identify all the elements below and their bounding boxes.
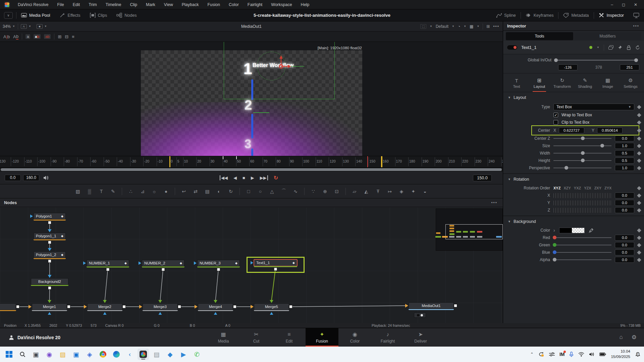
- keyframe-diamond-icon[interactable]: [637, 186, 641, 190]
- transform-widget[interactable]: [272, 55, 309, 77]
- polygon-mask-icon[interactable]: △: [268, 188, 276, 195]
- value-field-green[interactable]: 0.0: [615, 242, 634, 248]
- particle-render-icon[interactable]: ⊡: [332, 188, 341, 195]
- close-button[interactable]: ✕: [634, 2, 637, 7]
- expand-arrow-icon[interactable]: ›: [553, 228, 555, 233]
- timeline-scrollbar[interactable]: [0, 168, 503, 172]
- value-field-perspective[interactable]: 1.0: [615, 165, 634, 171]
- value-field-width[interactable]: 0.5: [615, 150, 634, 156]
- taskbar-app-davinci-resolve[interactable]: [138, 349, 149, 360]
- menu-fusion[interactable]: Fusion: [203, 0, 224, 9]
- reset-icon[interactable]: [635, 45, 640, 50]
- node-number_1[interactable]: NUMBER_1◆: [87, 260, 129, 266]
- value-field-size[interactable]: 1.0: [615, 143, 634, 149]
- ui-layout-toggle[interactable]: ∨: [4, 12, 13, 19]
- viewer-lut-select[interactable]: Default: [436, 24, 448, 29]
- node-remove-icon[interactable]: ⊟: [65, 34, 68, 39]
- node-number_2[interactable]: NUMBER_2◆: [142, 260, 184, 266]
- node-pass-through-badge[interactable]: [414, 312, 426, 318]
- tab-modifiers[interactable]: Modifiers: [574, 32, 641, 40]
- chevron-down-icon[interactable]: ▼: [597, 46, 599, 49]
- taskbar-app-vscode[interactable]: ‹: [124, 349, 136, 360]
- light-3d-icon[interactable]: ✦: [409, 188, 418, 195]
- render-range-start-marker[interactable]: [169, 156, 170, 167]
- value-field-alpha[interactable]: 0.0: [615, 257, 634, 263]
- taskbar-app-task-view[interactable]: ▣: [30, 349, 42, 360]
- keyframe-diamond-icon[interactable]: [637, 208, 641, 213]
- sliders-icon[interactable]: [549, 352, 555, 357]
- rotation-order-yxz[interactable]: YXZ: [574, 186, 581, 190]
- dropdown-type[interactable]: Text Box▼: [553, 104, 634, 110]
- image-plane-3d-icon[interactable]: ▱: [350, 188, 359, 195]
- slider-perspective[interactable]: [553, 168, 611, 168]
- rotation-order-yzx[interactable]: YZX: [584, 186, 591, 190]
- wifi-icon[interactable]: [578, 352, 584, 357]
- camera-3d-icon[interactable]: ◈: [397, 188, 406, 195]
- particle-emitter-icon[interactable]: ∵: [309, 188, 318, 195]
- fast-noise-icon[interactable]: ▒: [85, 188, 94, 195]
- lock-icon[interactable]: [627, 45, 631, 50]
- text-underline-icon[interactable]: Ab: [13, 34, 18, 40]
- slider-thumb[interactable]: [565, 166, 568, 170]
- node-graph[interactable]: w1Merge1Merge2Merge3Merge4Merge5MediaOut…: [0, 207, 503, 323]
- slider-thumb[interactable]: [553, 243, 556, 247]
- project-settings-icon[interactable]: ⚙: [632, 334, 637, 341]
- particle-transform-icon[interactable]: ⊕: [321, 188, 329, 195]
- renderer-3d-icon[interactable]: ◒: [421, 188, 429, 195]
- keyframe-diamond-icon[interactable]: [637, 151, 641, 156]
- node-background2[interactable]: Background2: [31, 278, 68, 285]
- node-merge3[interactable]: Merge3: [143, 303, 178, 310]
- taskbar-app-search[interactable]: [17, 349, 28, 360]
- menu-fairlight[interactable]: Fairlight: [243, 0, 267, 9]
- keyframe-diamond-icon[interactable]: [637, 159, 641, 163]
- matte-control-icon[interactable]: ▤: [203, 188, 212, 195]
- region-select-icon[interactable]: ⬚: [420, 24, 426, 29]
- keyframe-diamond-icon[interactable]: [637, 250, 641, 255]
- toolbar-button-effects[interactable]: Effects: [55, 9, 85, 21]
- node-add-icon[interactable]: ⊞: [58, 34, 61, 39]
- checkbox-wrap-to-text-box[interactable]: ✓: [553, 113, 558, 117]
- menu-mark[interactable]: Mark: [142, 0, 160, 9]
- eyedropper-icon[interactable]: [589, 228, 594, 233]
- tray-expand-icon[interactable]: ⌃: [530, 352, 534, 357]
- keyframe-diamond-icon[interactable]: [637, 193, 641, 198]
- minimize-button[interactable]: –: [611, 2, 613, 7]
- slider-size[interactable]: [553, 145, 611, 146]
- split-view-icon[interactable]: ⊞: [486, 24, 490, 29]
- section-header-layout[interactable]: ▼Layout: [503, 92, 644, 102]
- menu-timeline[interactable]: Timeline: [101, 0, 126, 9]
- node-polygon1_1[interactable]: Polygon1_1◆: [34, 233, 66, 239]
- color-corrector-icon[interactable]: ☼: [150, 188, 159, 195]
- slider-thumb[interactable]: [553, 236, 556, 239]
- value-field-blue[interactable]: 0.0: [615, 249, 634, 255]
- slider-thumb[interactable]: [581, 159, 585, 162]
- maxon-app-icon[interactable]: IМ: [559, 352, 565, 357]
- color-channels-icon[interactable]: ◔: [458, 24, 460, 29]
- toolbar-button-clips[interactable]: Clips: [85, 9, 112, 21]
- particles-icon[interactable]: ∴: [126, 188, 135, 195]
- menu-davinci-resolve[interactable]: DaVinci Resolve: [13, 0, 53, 9]
- rotation-order-xzy[interactable]: XZY: [564, 186, 571, 190]
- color-swatch[interactable]: [559, 228, 585, 233]
- taskbar-app-edge[interactable]: [111, 349, 122, 360]
- goto-end-button[interactable]: ▶▶: [260, 175, 268, 180]
- tab-tools[interactable]: Tools: [506, 32, 573, 40]
- keyframe-diamond-icon[interactable]: [637, 228, 641, 233]
- node-list-icon[interactable]: ≡: [72, 34, 74, 39]
- bspline-mask-icon[interactable]: ⌒: [279, 188, 288, 195]
- dissolve-icon[interactable]: ⇄: [191, 188, 200, 195]
- menu-clip[interactable]: Clip: [126, 0, 142, 9]
- node-merge5[interactable]: Merge5: [254, 303, 289, 310]
- toolbar-button-spline[interactable]: Spline: [491, 9, 521, 21]
- node-mediaout1[interactable]: MediaOut1: [409, 302, 454, 309]
- rotation-dial-y[interactable]: [553, 200, 611, 205]
- value-field-height[interactable]: 0.5: [615, 158, 634, 164]
- page-tab-cut[interactable]: ✂Cut: [240, 328, 273, 347]
- category-tab-text[interactable]: TText: [505, 74, 528, 92]
- speaker-tray-icon[interactable]: [589, 352, 595, 357]
- toolbar-button-nodes[interactable]: Nodes: [112, 9, 141, 21]
- taskbar-app-chrome[interactable]: [97, 349, 109, 360]
- lowercase-icon[interactable]: a: [25, 34, 30, 39]
- current-frame-field[interactable]: 150.0: [473, 175, 492, 181]
- speaker-icon[interactable]: [43, 175, 49, 180]
